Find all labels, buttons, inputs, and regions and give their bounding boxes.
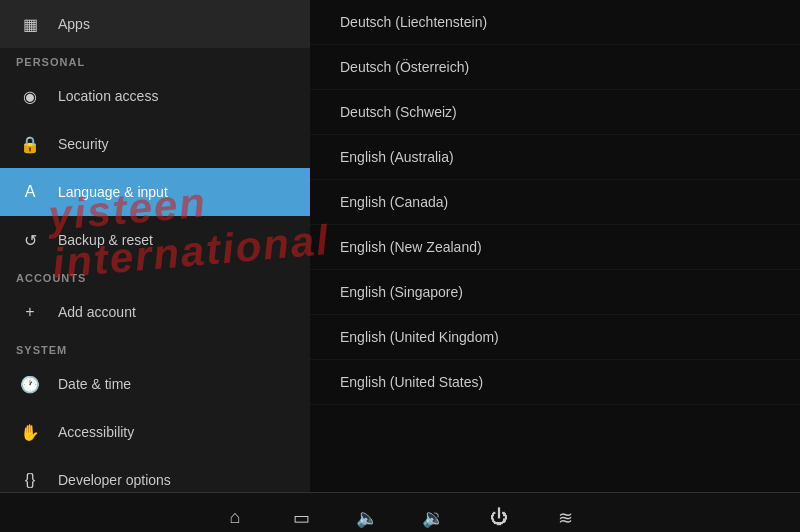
language-item-6[interactable]: English (Singapore) (310, 270, 800, 315)
language-input-icon: A (16, 178, 44, 206)
sidebar-item-security[interactable]: 🔒Security (0, 120, 310, 168)
sidebar-item-add-account[interactable]: +Add account (0, 288, 310, 336)
language-input-label: Language & input (58, 184, 168, 200)
volume-down-button[interactable]: 🔈 (349, 500, 385, 533)
sidebar-item-backup-reset[interactable]: ↺Backup & reset (0, 216, 310, 264)
date-time-icon: 🕐 (16, 370, 44, 398)
bottom-nav-bar: ⌂ ▭ 🔈 🔉 ⏻ ≋ (0, 492, 800, 532)
language-list: Deutsch (Liechtenstein)Deutsch (Österrei… (310, 0, 800, 492)
language-item-8[interactable]: English (United States) (310, 360, 800, 405)
backup-reset-label: Backup & reset (58, 232, 153, 248)
security-icon: 🔒 (16, 130, 44, 158)
accessibility-label: Accessibility (58, 424, 134, 440)
sidebar-item-location-access[interactable]: ◉Location access (0, 72, 310, 120)
language-item-1[interactable]: Deutsch (Österreich) (310, 45, 800, 90)
apps-icon: ▦ (16, 10, 44, 38)
date-time-label: Date & time (58, 376, 131, 392)
sidebar-item-date-time[interactable]: 🕐Date & time (0, 360, 310, 408)
back-button[interactable]: ▭ (283, 500, 319, 533)
developer-options-icon: {} (16, 466, 44, 492)
sidebar: ▦AppsPERSONAL◉Location access🔒SecurityAL… (0, 0, 310, 492)
developer-options-label: Developer options (58, 472, 171, 488)
apps-label: Apps (58, 16, 90, 32)
sidebar-item-accessibility[interactable]: ✋Accessibility (0, 408, 310, 456)
sidebar-item-language-input[interactable]: ALanguage & input (0, 168, 310, 216)
accessibility-icon: ✋ (16, 418, 44, 446)
section-label-personal: PERSONAL (0, 48, 310, 72)
add-account-icon: + (16, 298, 44, 326)
location-access-label: Location access (58, 88, 158, 104)
volume-up-button[interactable]: 🔉 (415, 500, 451, 533)
section-label-system: SYSTEM (0, 336, 310, 360)
backup-reset-icon: ↺ (16, 226, 44, 254)
security-label: Security (58, 136, 109, 152)
add-account-label: Add account (58, 304, 136, 320)
language-item-3[interactable]: English (Australia) (310, 135, 800, 180)
language-item-0[interactable]: Deutsch (Liechtenstein) (310, 0, 800, 45)
menu-button[interactable]: ≋ (547, 500, 583, 533)
language-item-7[interactable]: English (United Kingdom) (310, 315, 800, 360)
section-label-accounts: ACCOUNTS (0, 264, 310, 288)
language-item-5[interactable]: English (New Zealand) (310, 225, 800, 270)
sidebar-item-developer-options[interactable]: {}Developer options (0, 456, 310, 492)
language-item-2[interactable]: Deutsch (Schweiz) (310, 90, 800, 135)
language-item-4[interactable]: English (Canada) (310, 180, 800, 225)
power-button[interactable]: ⏻ (481, 500, 517, 533)
location-access-icon: ◉ (16, 82, 44, 110)
sidebar-item-apps[interactable]: ▦Apps (0, 0, 310, 48)
home-button[interactable]: ⌂ (217, 500, 253, 533)
